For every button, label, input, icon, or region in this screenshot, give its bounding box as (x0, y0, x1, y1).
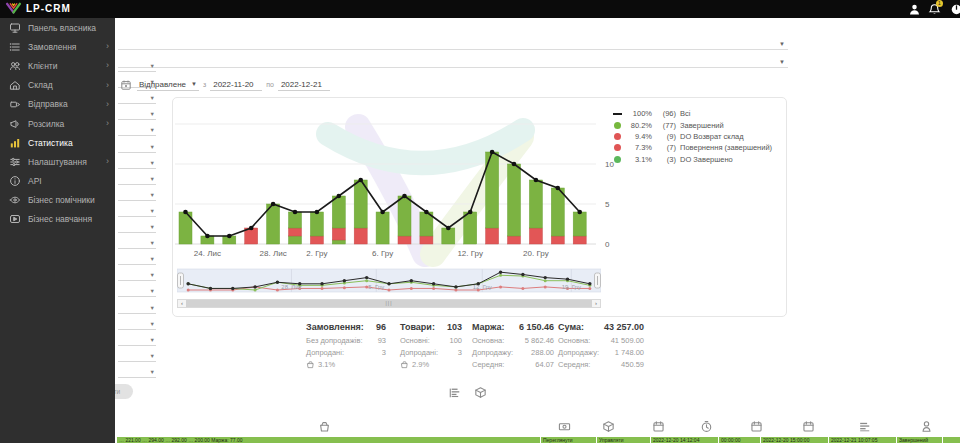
filter-select[interactable]: ▼ (118, 120, 156, 136)
chevron-right-icon: › (106, 119, 109, 128)
order-row[interactable]: … 221.00 … 294.00 … 292.00 … 200.00 Марж… (117, 437, 960, 443)
product-view-toggle[interactable] (474, 386, 487, 399)
stat-sub-value: 3 (382, 348, 386, 357)
stat-sub-row: Допродані:3 (400, 348, 462, 357)
legend-item[interactable]: 9.4%(9)DO Возврат склад (613, 131, 783, 142)
stat-basket-pct: 2.9% (412, 360, 429, 369)
clients-icon (9, 60, 21, 72)
sidebar-item-label: Клієнти (28, 61, 57, 71)
filter-select[interactable]: ▼ (118, 330, 156, 346)
scrollbar-left-arrow[interactable]: ‹ (178, 300, 186, 307)
chevron-down-icon: ▼ (150, 160, 155, 166)
chevron-down-icon: ▼ (150, 240, 155, 246)
date-to-input[interactable]: 2022-12-21 (278, 79, 330, 91)
sidebar-item-warehouse[interactable]: Склад› (0, 76, 115, 95)
filter-select[interactable]: ▼ (118, 104, 156, 120)
order-data-cell: 2022-12-21 10:07:05 (828, 437, 894, 443)
filter-select[interactable]: ▼ (118, 297, 156, 313)
date-type-select[interactable]: Відправлене ▼ (137, 79, 199, 91)
legend-dot-marker (613, 132, 622, 141)
lp-crm-logo-icon[interactable] (5, 1, 22, 20)
chart-navigator[interactable]: 28. Лис5. Гру12. Гру19. Гру (177, 268, 601, 298)
svg-text:28. Лис: 28. Лис (260, 249, 287, 258)
stat-sub-label: Допродажу: (558, 348, 599, 357)
svg-text:12. Гру: 12. Гру (457, 249, 483, 258)
svg-text:6. Гру: 6. Гру (372, 249, 393, 258)
top-filter-select-1[interactable]: ▼ (118, 31, 788, 50)
filter-select[interactable]: ▼ (118, 346, 156, 362)
scrollbar-right-arrow[interactable]: › (592, 300, 600, 307)
sidebar-item-mailing[interactable]: Розсилка› (0, 114, 115, 133)
svg-text:5. Гру: 5. Гру (368, 284, 384, 290)
date-to-word: по (266, 81, 274, 88)
sidebar-item-label: Бізнес навчання (28, 214, 92, 224)
sidebar-item-label: Замовлення (28, 42, 76, 52)
stat-sub-label: Основна: (472, 336, 504, 345)
filter-select[interactable]: ▼ (118, 265, 156, 281)
scrollbar-grip-icon: ||| (386, 300, 393, 307)
sidebar-item-owner-panel[interactable]: Панель власника (0, 18, 115, 37)
svg-text:28. Лис: 28. Лис (281, 284, 301, 290)
sidebar-item-settings[interactable]: Налаштування› (0, 152, 115, 171)
legend-label: DO Завершено (680, 155, 733, 164)
monitor-icon (9, 22, 21, 34)
topbar: LP-CRM 1 (0, 0, 960, 18)
order-action-cell[interactable]: Управляти (596, 437, 648, 443)
filter-select[interactable]: ▼ (118, 233, 156, 249)
user-icon[interactable] (908, 2, 922, 16)
svg-text:24. Лис: 24. Лис (194, 249, 221, 258)
chart-scrollbar[interactable]: ||| ‹ › (177, 299, 601, 308)
sidebar-item-business-training[interactable]: Бізнес навчання (0, 210, 115, 229)
legend-item[interactable]: 100%(96)Всі (613, 108, 783, 119)
chevron-down-icon: ▼ (779, 59, 785, 65)
stat-column: Маржа:6 150.46Основна:5 862.46Допродажу:… (472, 322, 554, 372)
sidebar-item-label: Склад (28, 80, 53, 90)
chevron-right-icon: › (106, 81, 109, 90)
filter-select[interactable]: ▼ (118, 136, 156, 152)
svg-text:2. Гру: 2. Гру (306, 249, 327, 258)
sidebar-item-shipping[interactable]: Відправка› (0, 95, 115, 114)
sidebar-item-clients[interactable]: Клієнти› (0, 56, 115, 75)
order-summary: … 221.00 … 294.00 … 292.00 … 200.00 Марж… (119, 437, 242, 443)
order-data-cell: 2022-12-20 14:12:04 (650, 437, 716, 443)
sidebar-item-statistics[interactable]: Статистика (0, 133, 115, 152)
order-action-cell[interactable]: Переглянути (540, 437, 594, 443)
legend-item[interactable]: 3.1%(3)DO Завершено (613, 154, 783, 165)
scrollbar-thumb[interactable]: ||| (186, 300, 592, 307)
filter-select[interactable]: ▼ (118, 153, 156, 169)
legend-item[interactable]: 7.3%(7)Повернення (завершений) (613, 142, 783, 153)
filter-select[interactable]: ▼ (118, 56, 156, 72)
filter-select[interactable]: ▼ (118, 314, 156, 330)
sidebar-item-orders[interactable]: Замовлення› (0, 37, 115, 56)
stat-sub-value: 41 509.00 (611, 336, 644, 345)
warehouse-icon (9, 79, 21, 91)
svg-text:19. Гру: 19. Гру (562, 284, 581, 290)
calendar-icon (750, 420, 763, 433)
filter-select[interactable]: ▼ (118, 249, 156, 265)
date-from-input[interactable]: 2022-11-20 (210, 79, 262, 91)
barchart-icon (9, 137, 21, 149)
list-view-toggle[interactable] (448, 386, 461, 399)
filter-select[interactable]: ▼ (118, 281, 156, 297)
chevron-down-icon: ▼ (150, 208, 155, 214)
top-filter-select-2[interactable]: ▼ (118, 49, 788, 68)
stat-title-value: 43 257.00 (604, 322, 644, 332)
stat-title-row: Товари:103 (400, 322, 462, 332)
filter-select[interactable]: ▼ (118, 201, 156, 217)
filter-select[interactable]: ▼ (118, 169, 156, 185)
sidebar-item-business-helpers[interactable]: Бізнес помічники (0, 191, 115, 210)
filter-select[interactable]: ▼ (118, 217, 156, 233)
legend-item[interactable]: 80.2%(77)Завершений (613, 119, 783, 130)
logout-icon[interactable] (950, 2, 960, 16)
filter-select[interactable]: ▼ (118, 362, 156, 378)
stat-title-row: Маржа:6 150.46 (472, 322, 554, 332)
legend-count: (9) (656, 132, 676, 141)
stat-sub-label: Допродажу: (472, 348, 513, 357)
filter-select[interactable]: ▼ (118, 185, 156, 201)
sidebar-item-api[interactable]: API (0, 172, 115, 191)
chevron-down-icon: ▼ (150, 224, 155, 230)
stat-sub-row: Допродані:3 (306, 348, 386, 357)
chevron-right-icon: › (106, 157, 109, 166)
legend-label: DO Возврат склад (680, 132, 744, 141)
brand-title: LP-CRM (26, 3, 71, 14)
